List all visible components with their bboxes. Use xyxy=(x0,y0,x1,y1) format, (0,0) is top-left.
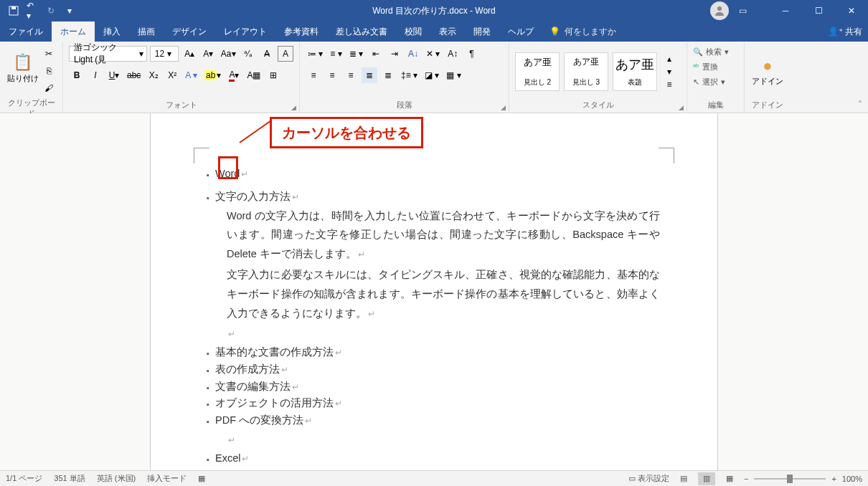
read-mode-icon[interactable]: ▤ xyxy=(675,472,692,485)
borders-icon[interactable]: ▦ ▾ xyxy=(444,67,463,83)
body-paragraph[interactable]: 文字入力に必要なスキルには、タイピングスキル、正確さ、視覚的な確認能力、基本的な… xyxy=(227,265,660,323)
heading-word[interactable]: Word xyxy=(208,166,660,182)
enclose-char-icon[interactable]: A xyxy=(278,46,293,62)
shading-icon[interactable]: ◪ ▾ xyxy=(423,67,441,83)
heading-object[interactable]: オブジェクトの活用方法 xyxy=(208,396,660,411)
tab-home[interactable]: ホーム xyxy=(52,22,95,42)
highlight-icon[interactable]: ab ▾ xyxy=(202,67,223,83)
launcher-icon[interactable]: ◢ xyxy=(679,104,684,111)
replace-button[interactable]: ᵃᵇ置換 xyxy=(693,59,738,75)
cut-icon[interactable]: ✂ xyxy=(41,46,57,62)
asian-layout-icon[interactable]: ✕ ▾ xyxy=(424,46,442,62)
account-icon[interactable] xyxy=(710,1,729,20)
paste-button[interactable]: 📋 貼り付け xyxy=(6,44,39,92)
tab-draw[interactable]: 描画 xyxy=(129,22,164,42)
distribute-icon[interactable]: ≣ xyxy=(380,67,396,83)
undo-icon[interactable]: ↶ ▾ xyxy=(24,3,40,19)
phonetic-guide-icon[interactable]: ᵃ⁄ₐ xyxy=(240,46,256,62)
qat-more-icon[interactable]: ▾ xyxy=(62,3,77,19)
tab-insert[interactable]: 挿入 xyxy=(95,22,129,42)
tab-design[interactable]: デザイン xyxy=(164,22,215,42)
change-case-icon[interactable]: Aa▾ xyxy=(219,46,237,62)
justify-icon[interactable]: ≣ xyxy=(362,67,377,83)
heading-excel[interactable]: Excel xyxy=(208,451,660,467)
strikethrough-icon[interactable]: abc xyxy=(125,67,143,83)
heading-input[interactable]: 文字の入力方法 xyxy=(208,189,660,205)
zoom-level[interactable]: 100% xyxy=(842,475,862,483)
styles-scroll-down-icon[interactable]: ▾ xyxy=(661,65,677,78)
save-icon[interactable] xyxy=(6,3,22,19)
status-wordcount[interactable]: 351 単語 xyxy=(54,473,85,484)
heading-pdf[interactable]: PDF への変換方法 xyxy=(208,413,660,429)
increase-indent-icon[interactable]: ⇥ xyxy=(387,46,402,62)
select-button[interactable]: ↖選択▾ xyxy=(693,75,738,90)
superscript-icon[interactable]: X² xyxy=(164,67,180,83)
sort-icon[interactable]: A↓ xyxy=(405,46,421,62)
addins-button[interactable]: ● アドイン xyxy=(751,48,784,95)
tab-file[interactable]: ファイル xyxy=(0,22,52,42)
collapse-ribbon-icon[interactable]: ˄ xyxy=(858,100,862,110)
tell-me[interactable]: 💡 何をしますか xyxy=(542,22,616,42)
empty-paragraph[interactable] xyxy=(227,324,660,343)
bold-icon[interactable]: B xyxy=(69,67,85,83)
close-button[interactable]: ✕ xyxy=(835,0,868,22)
decrease-indent-icon[interactable]: ⇤ xyxy=(368,46,384,62)
char-shading-icon[interactable]: A▦ xyxy=(245,67,263,83)
align-left-icon[interactable]: ≡ xyxy=(306,67,321,83)
body-paragraph[interactable]: Word の文字入力は、時間を入力したい位置に合わせて、キーボードから文字を決め… xyxy=(227,206,660,264)
grow-font-icon[interactable]: A▴ xyxy=(181,46,197,62)
zoom-slider[interactable] xyxy=(754,478,826,480)
share-button[interactable]: 👤⁺共有 xyxy=(828,22,862,42)
line-spacing-icon[interactable]: ‡≡ ▾ xyxy=(399,67,420,83)
focus-mode-button[interactable]: ▭表示設定 xyxy=(628,473,669,484)
format-painter-icon[interactable]: 🖌 xyxy=(41,80,57,96)
clear-formatting-icon[interactable]: A̶ xyxy=(259,46,275,62)
align-center-icon[interactable]: ≡ xyxy=(324,67,340,83)
status-page[interactable]: 1/1 ページ xyxy=(6,473,42,484)
text-effects-icon[interactable]: A ▾ xyxy=(183,67,199,83)
numbering-icon[interactable]: ≡ ▾ xyxy=(328,46,344,62)
font-size-combo[interactable]: 12▾ xyxy=(150,46,179,62)
shrink-font-icon[interactable]: A▾ xyxy=(200,46,216,62)
macro-record-icon[interactable]: ▦ xyxy=(198,474,205,483)
underline-icon[interactable]: U ▾ xyxy=(106,67,122,83)
styles-more-icon[interactable]: ≡ xyxy=(661,78,677,91)
italic-icon[interactable]: I xyxy=(88,67,103,83)
ribbon-display-icon[interactable]: ▭ xyxy=(732,3,753,19)
bullets-icon[interactable]: ≔ ▾ xyxy=(306,46,325,62)
tab-references[interactable]: 参考資料 xyxy=(275,22,327,42)
show-marks-icon[interactable]: A↕ xyxy=(445,46,461,62)
heading-edit[interactable]: 文書の編集方法 xyxy=(208,379,660,395)
tab-developer[interactable]: 開発 xyxy=(465,22,499,42)
launcher-icon[interactable]: ◢ xyxy=(501,104,506,111)
empty-paragraph[interactable] xyxy=(227,430,660,449)
style-heading2[interactable]: あア亜見出し 2 xyxy=(515,52,560,91)
style-title[interactable]: あア亜表題 xyxy=(613,52,657,91)
tab-help[interactable]: ヘルプ xyxy=(499,22,542,42)
status-language[interactable]: 英語 (米国) xyxy=(97,473,136,484)
zoom-in-icon[interactable]: + xyxy=(831,475,836,483)
redo-icon[interactable]: ↻ xyxy=(43,3,59,19)
copy-icon[interactable]: ⎘ xyxy=(41,63,57,79)
multilevel-list-icon[interactable]: ≣ ▾ xyxy=(347,46,365,62)
heading-basic[interactable]: 基本的な文書の作成方法 xyxy=(208,345,660,361)
charbox-icon[interactable]: ⊞ xyxy=(265,67,281,83)
maximize-button[interactable]: ☐ xyxy=(802,0,835,22)
document-area[interactable]: カーソルを合わせる Word 文字の入力方法 Word の文字入力は、時間を入力… xyxy=(0,113,868,470)
heading-table[interactable]: 表の作成方法 xyxy=(208,362,660,378)
tab-view[interactable]: 表示 xyxy=(430,22,465,42)
font-name-combo[interactable]: 游ゴシック Light (見▾ xyxy=(69,46,147,62)
subscript-icon[interactable]: X₂ xyxy=(146,67,161,83)
page[interactable]: カーソルを合わせる Word 文字の入力方法 Word の文字入力は、時間を入力… xyxy=(151,113,717,470)
font-color-icon[interactable]: A ▾ xyxy=(226,67,242,83)
status-insertmode[interactable]: 挿入モード xyxy=(147,473,187,484)
style-heading3[interactable]: あア亜見出し 3 xyxy=(564,52,608,91)
print-layout-icon[interactable]: ▥ xyxy=(698,472,715,485)
tab-review[interactable]: 校閲 xyxy=(396,22,430,42)
styles-scroll-up-icon[interactable]: ▴ xyxy=(661,52,677,65)
web-layout-icon[interactable]: ▦ xyxy=(721,472,738,485)
pilcrow-icon[interactable]: ¶ xyxy=(463,46,479,62)
minimize-button[interactable]: ─ xyxy=(769,0,802,22)
zoom-out-icon[interactable]: − xyxy=(744,475,748,483)
tab-layout[interactable]: レイアウト xyxy=(215,22,275,42)
